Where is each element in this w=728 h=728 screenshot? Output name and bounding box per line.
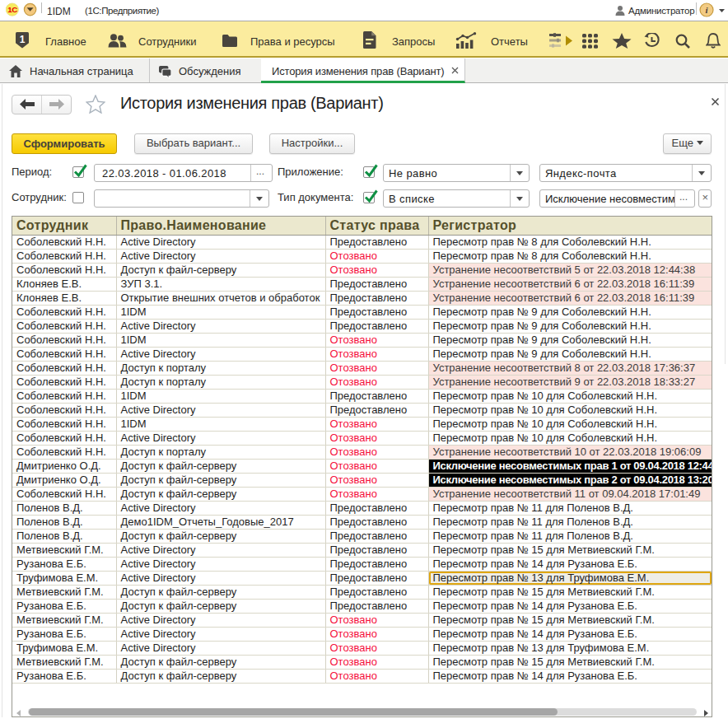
- svg-text:1С: 1С: [7, 5, 17, 14]
- svg-text:1: 1: [20, 34, 26, 45]
